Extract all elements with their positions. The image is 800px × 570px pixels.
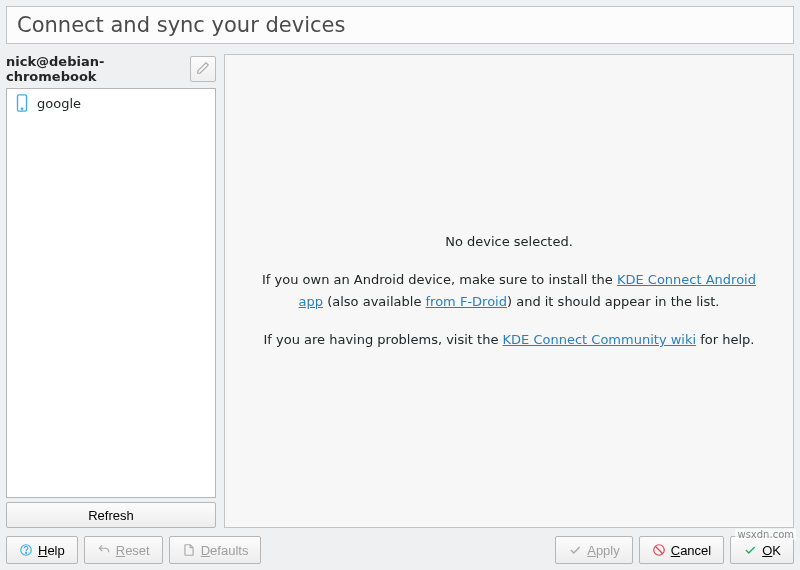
pencil-icon [196, 61, 210, 78]
edit-hostname-button[interactable] [190, 56, 216, 82]
defaults-button[interactable]: Defaults [169, 536, 262, 564]
device-item[interactable]: google [7, 89, 215, 117]
watermark: wsxdn.com [735, 529, 796, 540]
install-instruction: If you own an Android device, make sure … [255, 269, 763, 313]
help-button[interactable]: Help [6, 536, 78, 564]
svg-point-3 [26, 552, 27, 553]
fdroid-link[interactable]: from F-Droid [426, 294, 507, 309]
ok-button[interactable]: OK [730, 536, 794, 564]
hostname-label: nick@debian-chromebook [6, 54, 186, 84]
svg-point-1 [21, 108, 22, 109]
ok-check-icon [743, 543, 757, 557]
refresh-button[interactable]: Refresh [6, 502, 216, 528]
reset-button[interactable]: Reset [84, 536, 163, 564]
check-icon [568, 543, 582, 557]
document-icon [182, 543, 196, 557]
undo-icon [97, 543, 111, 557]
footer-buttons: Help Reset Defaults Apply Cancel OK [6, 528, 794, 564]
community-wiki-link[interactable]: KDE Connect Community wiki [503, 332, 697, 347]
phone-icon [15, 94, 29, 112]
sidebar: nick@debian-chromebook google Refresh [6, 54, 216, 528]
page-header: Connect and sync your devices [6, 6, 794, 44]
apply-button[interactable]: Apply [555, 536, 633, 564]
cancel-button[interactable]: Cancel [639, 536, 724, 564]
help-instruction: If you are having problems, visit the KD… [264, 329, 755, 351]
no-device-message: No device selected. [445, 231, 573, 253]
device-list[interactable]: google [6, 88, 216, 498]
device-name: google [37, 96, 81, 111]
cancel-icon [652, 543, 666, 557]
main-area: nick@debian-chromebook google Refresh No… [6, 54, 794, 528]
help-icon [19, 543, 33, 557]
hostname-row: nick@debian-chromebook [6, 54, 216, 84]
content-panel: No device selected. If you own an Androi… [224, 54, 794, 528]
page-title: Connect and sync your devices [17, 13, 783, 37]
